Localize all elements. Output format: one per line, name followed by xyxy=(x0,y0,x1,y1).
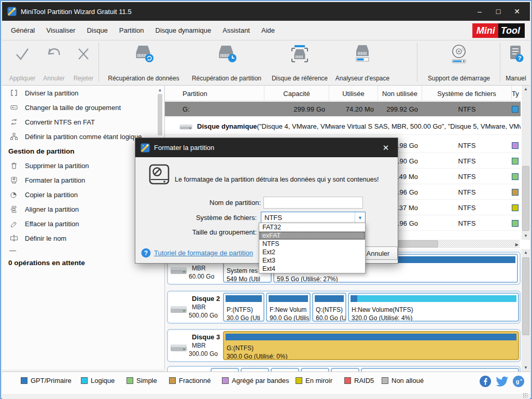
option-fat32[interactable]: FAT32 xyxy=(259,223,365,231)
option-ext2[interactable]: Ext2 xyxy=(259,248,365,256)
col-type[interactable]: Ty xyxy=(512,86,523,101)
table-row-selected[interactable]: G: 299.99 Go 74.20 Mo 299.92 Go NTFS xyxy=(165,102,521,117)
sidebar-item-convert-ntfs-fat[interactable]: Convertir NTFS en FAT xyxy=(2,115,164,129)
partition-recovery-button[interactable]: Récupération de partition xyxy=(185,45,269,82)
minimize-button[interactable]: – xyxy=(472,5,487,18)
check-icon xyxy=(13,45,31,62)
usage-strip xyxy=(315,295,344,302)
type-color-square xyxy=(512,142,519,149)
diskmap-vertical-scrollbar[interactable]: ▲ ▼ xyxy=(522,249,530,372)
table-row-dynamic-disk[interactable]: Disque dynamique ("Disque 4, VMware, VMw… xyxy=(165,118,521,135)
scroll-up-arrow[interactable]: ▲ xyxy=(157,88,163,92)
scroll-up-arrow[interactable]: ▲ xyxy=(522,86,530,93)
space-analyzer-icon xyxy=(352,45,373,63)
bootable-media-button[interactable]: Support de démarrage xyxy=(420,45,498,82)
sidebar-item-label: Définir le nom xyxy=(25,235,66,242)
menu-disque[interactable]: Disque xyxy=(81,23,113,37)
align-icon xyxy=(9,205,19,213)
googleplus-icon[interactable]: g+ xyxy=(512,375,525,388)
menu-visualiser[interactable]: Visualiser xyxy=(40,23,81,37)
disk4-partition[interactable] xyxy=(241,368,269,372)
disk4-partition[interactable] xyxy=(271,368,299,372)
option-ext4[interactable]: Ext4 xyxy=(259,265,365,273)
disk2-partition-p[interactable]: P:(NTFS) 30.0 Go (Uti xyxy=(223,293,264,322)
sidebar-item-label: Supprimer la partition xyxy=(25,162,89,170)
scrollbar-thumb[interactable] xyxy=(522,166,529,231)
legend-unallocated: Non alloué xyxy=(382,377,424,384)
sidebar-item-label: Diviser la partition xyxy=(25,89,78,97)
disk4-partition[interactable] xyxy=(331,368,359,372)
menu-partition[interactable]: Partition xyxy=(114,23,150,37)
sidebar-item-label: Définir la partition comme étant logique xyxy=(25,133,142,141)
disk4-partition[interactable] xyxy=(301,368,329,372)
col-filesystem[interactable]: Système de fichiers xyxy=(422,86,512,101)
undo-button[interactable]: Annuler xyxy=(39,45,68,82)
type-color-square xyxy=(512,173,519,180)
app-icon xyxy=(7,7,17,16)
col-capacity[interactable]: Capacité xyxy=(264,86,329,101)
window-bottom-strip xyxy=(2,394,530,399)
option-ext3[interactable]: Ext3 xyxy=(259,256,365,265)
close-button[interactable]: ✕ xyxy=(509,5,525,18)
scroll-up-arrow[interactable]: ▲ xyxy=(522,249,530,256)
disk4-partition[interactable] xyxy=(211,368,239,372)
wipe-icon xyxy=(9,219,19,228)
manual-button[interactable]: ? Manuel xyxy=(501,45,531,82)
sidebar-item-split-partition[interactable]: Diviser la partition xyxy=(2,86,164,100)
disk2-partition-q[interactable]: Q:(NTFS) 60.0 Go (Uti xyxy=(312,293,346,322)
facebook-icon[interactable] xyxy=(479,375,492,388)
menu-disque-dynamique[interactable]: Disque dynamique xyxy=(150,23,217,37)
partition-label-input[interactable] xyxy=(263,197,363,209)
table-header: Partition Capacité Utilisée Non utilisée… xyxy=(165,86,521,101)
sidebar-item-label: Aligner la partition xyxy=(25,205,79,213)
chevron-down-icon[interactable]: ▼ xyxy=(355,212,365,223)
sidebar-item-label: Effacer la partition xyxy=(25,220,79,228)
disk2-partition-f[interactable]: F:New Volum 90.0 Go (Utilis xyxy=(266,293,311,322)
twitter-icon[interactable] xyxy=(495,375,509,388)
legend-color-square xyxy=(222,377,229,384)
menu-assistant[interactable]: Assistant xyxy=(217,23,256,37)
legend-gpt-primary: GPT/Primaire xyxy=(21,377,72,384)
legend-spanned: Fractionné xyxy=(169,377,211,384)
maximize-button[interactable]: □ xyxy=(491,5,506,18)
type-color-square xyxy=(512,158,519,164)
scrollbar-thumb[interactable] xyxy=(158,94,162,135)
cell-filesystem: NTFS xyxy=(422,142,512,149)
dialog-title: Formater la partition xyxy=(154,144,214,152)
legend-color-square xyxy=(344,377,351,384)
sidebar-item-change-cluster-size[interactable]: Changer la taille de groupement xyxy=(2,100,164,115)
menu-aide[interactable]: Aide xyxy=(256,23,281,37)
usage-strip xyxy=(351,295,516,302)
window-title: MiniTool Partition Wizard Gratuit 11.5 xyxy=(21,8,132,16)
disk2-partition-h[interactable]: H:New Volume(NTFS) 320.0 Go (Utilisé: 4%… xyxy=(348,293,519,322)
rename-icon xyxy=(9,234,19,242)
data-recovery-button[interactable]: Récupération de données xyxy=(102,45,186,82)
table-vertical-scrollbar[interactable]: ▲ ▼ xyxy=(522,86,530,240)
option-ntfs[interactable]: NTFS xyxy=(259,240,365,248)
filesystem-combobox[interactable]: NTFS ▼ xyxy=(261,212,366,224)
disk4-partition[interactable] xyxy=(361,368,519,372)
dialog-close-button[interactable]: ✕ xyxy=(379,143,393,153)
svg-text:?: ? xyxy=(144,250,148,257)
legend-bar: GPT/Primaire Logique Simple Fractionné A… xyxy=(2,372,530,394)
menu-general[interactable]: Général xyxy=(5,23,40,37)
discard-button[interactable]: Rejeter xyxy=(69,45,97,82)
format-tutorial-link[interactable]: Tutoriel de formatage de partition xyxy=(154,249,253,257)
col-unused[interactable]: Non utilisée xyxy=(378,86,422,101)
scroll-down-arrow[interactable]: ▼ xyxy=(522,364,530,372)
svg-text:+: + xyxy=(520,378,523,382)
scroll-down-arrow[interactable]: ▼ xyxy=(522,232,530,240)
disk3-info[interactable]: Disque 3 MBR 300.00 Go xyxy=(168,330,223,361)
apply-button[interactable]: Appliquer xyxy=(6,45,38,82)
disk3-partition-g-selected[interactable]: G:(NTFS) 300.0 Go (Utilisé: 0%) xyxy=(223,331,519,360)
cell-filesystem: NTFS xyxy=(422,173,512,181)
scrollbar-thumb[interactable] xyxy=(522,257,529,335)
space-analyzer-button[interactable]: Analyseur d'espace xyxy=(332,45,393,82)
col-partition[interactable]: Partition xyxy=(180,86,264,101)
resize-grip[interactable] xyxy=(523,393,528,398)
disk-benchmark-button[interactable]: Disque de référence xyxy=(269,45,331,82)
disk2-info[interactable]: Disque 2 MBR 500.00 Go xyxy=(168,292,223,323)
option-exfat-highlighted[interactable]: exFAT xyxy=(259,231,365,240)
scroll-right-arrow[interactable]: ▶ xyxy=(515,241,519,249)
col-used[interactable]: Utilisée xyxy=(329,86,378,101)
